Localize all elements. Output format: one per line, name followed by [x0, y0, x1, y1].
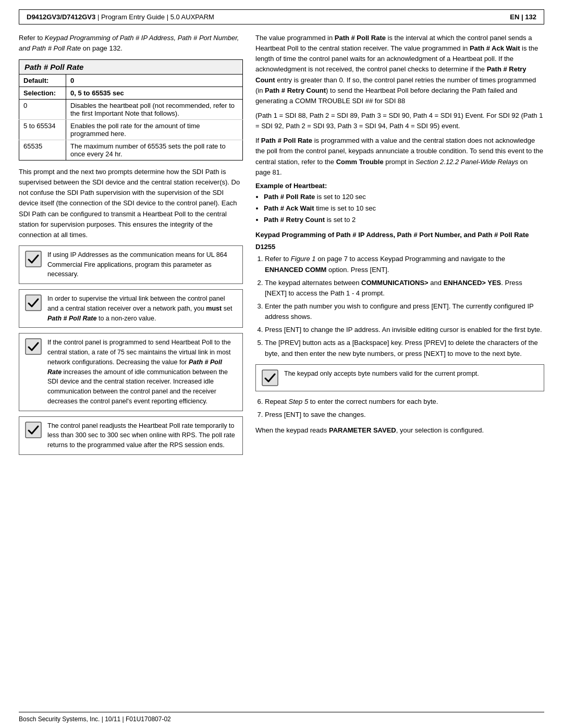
note-box-4: The control panel readjusts the Heartbea… [19, 416, 243, 455]
note-box-3: If the control panel is programmed to se… [19, 333, 243, 411]
right-para2: (Path 1 = SDI 88, Path 2 = SDI 89, Path … [255, 110, 544, 131]
note-icon-step6 [261, 369, 279, 387]
final-text: When the keypad reads PARAMETER SAVED, y… [255, 425, 544, 436]
page-number: 132 [525, 13, 536, 21]
row1-col2: Disables the heartbeat poll (not recomme… [66, 100, 243, 120]
checkmark-icon-3 [25, 338, 42, 355]
page-footer: Bosch Security Systems, Inc. | 10/11 | F… [19, 712, 544, 723]
table-selection-row: Selection: 0, 5 to 65535 sec [19, 87, 243, 100]
steps-list-cont: Repeat Step 5 to enter the correct numbe… [265, 397, 544, 420]
header-left: D9412GV3/D7412GV3 | Program Entry Guide … [27, 13, 214, 21]
model-label: D9412GV3/D7412GV3 [27, 13, 95, 21]
table-row: 5 to 65534 Enables the poll rate for the… [19, 120, 243, 140]
version-label: 5.0 [170, 13, 180, 21]
note-text-2: In order to supervise the virtual link b… [47, 294, 237, 323]
selection-value: 0, 5 to 65535 sec [66, 87, 243, 100]
step-3: Enter the path number you wish to config… [265, 301, 544, 322]
step-7: Press [ENT] to save the changes. [265, 410, 544, 420]
left-column: Refer to Keypad Programming of Path # IP… [19, 33, 243, 702]
svg-rect-1 [26, 295, 41, 311]
d1255-label: D1255 [255, 243, 544, 251]
example-heading: Example of Heartbeat: [255, 182, 544, 190]
main-content: Refer to Keypad Programming of Path # IP… [0, 24, 563, 702]
checkmark-icon-2 [25, 294, 42, 311]
row2-col1: 5 to 65534 [19, 120, 66, 140]
note-text-step6: The keypad only accepts byte numbers val… [284, 369, 538, 379]
checkmark-icon [25, 251, 42, 267]
note-icon-2 [25, 294, 42, 312]
intro-italic: Keypad Programming of Path # IP Address,… [19, 34, 239, 52]
row3-col2: The maximum number of 65535 sets the pol… [66, 140, 243, 161]
section-title: Path # Poll Rate [19, 59, 243, 75]
note-icon-4 [25, 421, 42, 439]
svg-rect-2 [26, 339, 41, 354]
table-row: 65535 The maximum number of 65535 sets t… [19, 140, 243, 161]
svg-rect-0 [26, 251, 41, 267]
note-box-2: In order to supervise the virtual link b… [19, 289, 243, 328]
header-right: EN | 132 [510, 13, 536, 21]
bullet-1: Path # Poll Rate is set to 120 sec [264, 192, 544, 202]
checkmark-icon-4 [25, 422, 42, 438]
param-table: Default: 0 Selection: 0, 5 to 65535 sec … [19, 75, 243, 161]
bullet-2: Path # Ack Wait time is set to 10 sec [264, 203, 544, 214]
note-icon-1 [25, 250, 42, 268]
default-label: Default: [19, 75, 66, 87]
page-header: D9412GV3/D7412GV3 | Program Entry Guide … [19, 9, 544, 24]
row1-col1: 0 [19, 100, 66, 120]
heartbeat-bullets: Path # Poll Rate is set to 120 sec Path … [264, 192, 544, 225]
section-label: AUXPARM [181, 13, 214, 21]
header-separator: | [97, 13, 101, 21]
row2-col2: Enables the poll rate for the amount of … [66, 120, 243, 140]
note-text-1: If using IP Addresses as the communicati… [47, 250, 237, 279]
step-5: The [PREV] button acts as a [Backspace] … [265, 338, 544, 359]
lang-label: EN [510, 13, 519, 21]
svg-rect-3 [26, 422, 41, 438]
footer-part: F01U170807-02 [126, 715, 171, 723]
table-row: 0 Disables the heartbeat poll (not recom… [19, 100, 243, 120]
svg-rect-4 [262, 370, 278, 386]
intro-text: Refer to Keypad Programming of Path # IP… [19, 33, 243, 53]
selection-label: Selection: [19, 87, 66, 100]
right-para1: The value programmed in Path # Poll Rate… [255, 33, 544, 106]
checkmark-icon-5 [262, 369, 278, 386]
default-value: 0 [66, 75, 243, 87]
step-6: Repeat Step 5 to enter the correct numbe… [265, 397, 544, 407]
steps-list: Refer to Figure 1 on page 7 to access Ke… [265, 254, 544, 359]
guide-label: Program Entry Guide [101, 13, 165, 21]
bullet-3: Path # Retry Count is set to 2 [264, 215, 544, 225]
left-body-text: This prompt and the next two prompts det… [19, 167, 243, 240]
note-box-step6: The keypad only accepts byte numbers val… [255, 364, 544, 391]
row3-col1: 65535 [19, 140, 66, 161]
keypad-heading: Keypad Programming of Path # IP Address,… [255, 230, 544, 240]
step-4: Press [ENT] to change the IP address. An… [265, 325, 544, 335]
note-text-3: If the control panel is programmed to se… [47, 338, 237, 406]
note-text-4: The control panel readjusts the Heartbea… [47, 421, 237, 450]
header-pipe2: | [167, 13, 170, 21]
step-1: Refer to Figure 1 on page 7 to access Ke… [265, 254, 544, 275]
right-column: The value programmed in Path # Poll Rate… [255, 33, 544, 702]
note-box-1: If using IP Addresses as the communicati… [19, 245, 243, 284]
table-header-row: Default: 0 [19, 75, 243, 87]
page: D9412GV3/D7412GV3 | Program Entry Guide … [0, 0, 563, 728]
right-para3: If Path # Poll Rate is programmed with a… [255, 135, 544, 178]
footer-company: Bosch Security Systems, Inc. [19, 715, 100, 723]
step-2: The keypad alternates between COMMUNICAT… [265, 278, 544, 299]
footer-date: 10/11 [105, 715, 120, 723]
note-icon-3 [25, 338, 42, 355]
